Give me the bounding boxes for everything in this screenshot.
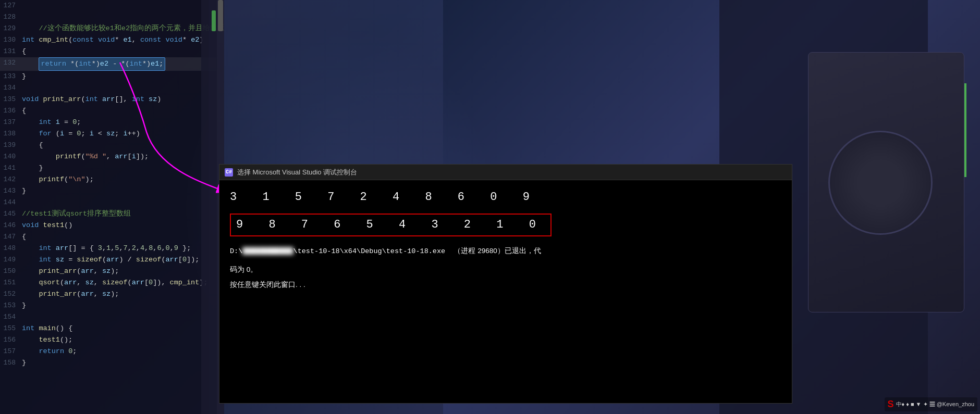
- console-titlebar: C# 选择 Microsoft Visual Studio 调试控制台: [219, 165, 792, 180]
- table-row: 147 {: [0, 231, 216, 243]
- table-row: 133 }: [0, 71, 216, 82]
- table-row: 142 printf("\n");: [0, 174, 216, 185]
- table-row: 138 for (i = 0; i < sz; i++): [0, 128, 216, 140]
- table-row: 128: [0, 11, 216, 23]
- console-app-icon: C#: [225, 168, 233, 177]
- table-row: 151 qsort(arr, sz, sizeof(arr[0]), cmp_i…: [0, 277, 216, 288]
- table-row: 158 }: [0, 357, 216, 369]
- table-row: 144: [0, 197, 216, 208]
- table-row: 154: [0, 311, 216, 323]
- table-row: 139 {: [0, 140, 216, 151]
- table-row: 131 {: [0, 46, 216, 57]
- table-row: 140 printf("%d ", arr[i]);: [0, 151, 216, 162]
- console-exit-code: 码为 0。: [230, 265, 781, 275]
- table-row: 156 test1();: [0, 334, 216, 346]
- csdn-author: 中♦ ♦ ■ ▼ ✦ ☰ @Keven_zhou: [896, 400, 974, 408]
- table-row: 148 int arr[] = { 3,1,5,7,2,4,8,6,0,9 };: [0, 243, 216, 254]
- active-area-indicator: [964, 83, 966, 177]
- csdn-watermark: S 中♦ ♦ ■ ▼ ✦ ☰ @Keven_zhou: [885, 397, 977, 411]
- table-row: 137 int i = 0;: [0, 117, 216, 128]
- code-editor[interactable]: 127 128 129 //这个函数能够比较e1和e2指向的两个元素，并且给出返…: [0, 0, 224, 414]
- scrollbar-thumb[interactable]: [218, 0, 223, 31]
- console-press-key: 按任意键关闭此窗口. . .: [230, 280, 781, 291]
- code-lines: 127 128 129 //这个函数能够比较e1和e2指向的两个元素，并且给出返…: [0, 0, 216, 414]
- table-row: 152 print_arr(arr, sz);: [0, 288, 216, 300]
- console-output-sorted: 9 8 7 6 5 4 3 2 1 0: [230, 214, 552, 236]
- table-row: 155 int main() {: [0, 323, 216, 334]
- editor-minimap: [201, 0, 217, 414]
- csdn-logo: S: [888, 399, 894, 410]
- pc-case-decoration: [808, 52, 964, 312]
- table-row: 132 return *(int*)e2 - *(int*)e1;: [0, 57, 216, 71]
- table-row: 136 {: [0, 105, 216, 117]
- table-row: 130 int cmp_int(const void* e1, const vo…: [0, 34, 216, 46]
- table-row: 146 void test1(): [0, 220, 216, 231]
- table-row: 157 return 0;: [0, 346, 216, 357]
- table-row: 127: [0, 0, 216, 11]
- table-row: 134: [0, 82, 216, 94]
- table-row: 145 //test1测试qsort排序整型数组: [0, 208, 216, 220]
- minimap-thumb: [212, 10, 216, 31]
- console-title: 选择 Microsoft Visual Studio 调试控制台: [237, 168, 357, 177]
- blurred-path: ████████████: [242, 246, 293, 257]
- console-window[interactable]: C# 选择 Microsoft Visual Studio 调试控制台 3 1 …: [219, 164, 792, 404]
- table-row: 135 void print_arr(int arr[], int sz): [0, 94, 216, 105]
- console-path-line: D:\████████████\test-10-18\x64\Debug\tes…: [230, 246, 781, 257]
- table-row: 141 }: [0, 162, 216, 174]
- table-row: 150 print_arr(arr, sz);: [0, 266, 216, 277]
- pc-fan: [828, 131, 933, 235]
- console-output-unsorted: 3 1 5 7 2 4 8 6 0 9: [230, 188, 781, 207]
- table-row: 129 //这个函数能够比较e1和e2指向的两个元素，并且给出返回值: [0, 23, 216, 34]
- table-row: 153 }: [0, 300, 216, 311]
- table-row: 149 int sz = sizeof(arr) / sizeof(arr[0]…: [0, 254, 216, 266]
- table-row: 143 }: [0, 185, 216, 197]
- console-body: 3 1 5 7 2 4 8 6 0 9 9 8 7 6 5 4 3 2 1 0 …: [219, 180, 792, 403]
